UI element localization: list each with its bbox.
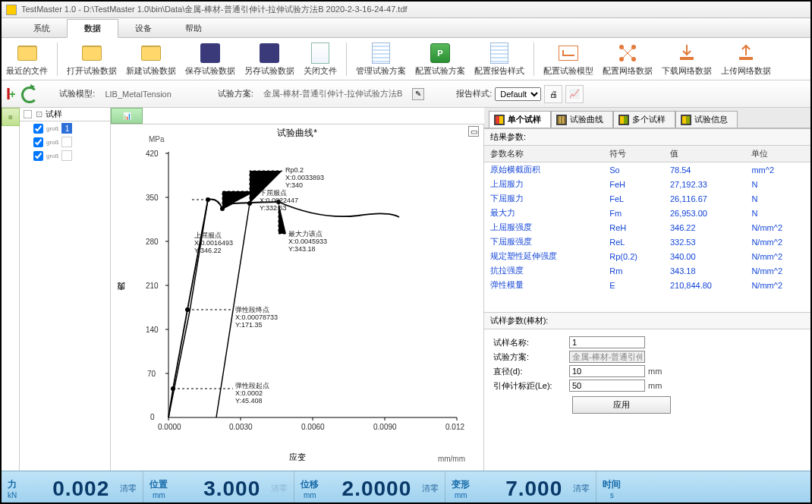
right-tabs: 单个试样 试验曲线 多个试样 试验信息 <box>484 108 810 129</box>
chart-expand-button[interactable]: ▭ <box>468 126 479 137</box>
specimen-checkbox[interactable] <box>33 137 43 147</box>
status-position-label: 位置mm <box>143 471 174 504</box>
download-net-button[interactable]: 下载网络数据 <box>659 39 715 78</box>
status-position-zero[interactable]: 清零 <box>265 471 294 504</box>
table-row[interactable]: 弹性模量E210,844.80N/mm^2 <box>484 278 810 292</box>
form-dia-input[interactable] <box>569 365 645 377</box>
manage-scheme-button[interactable]: 管理试验方案 <box>353 39 409 78</box>
specimen-tree-item[interactable]: groß 2 <box>20 135 110 149</box>
recent-files-label: 最近的文件 <box>6 65 48 77</box>
right-panel: 单个试样 试验曲线 多个试样 试验信息 结果参数: 参数名称 符号 值 单位 原… <box>484 108 810 471</box>
chart-tab-1[interactable]: 📊 <box>111 108 143 124</box>
specimen-checkbox[interactable] <box>33 151 43 161</box>
tab-multi-specimen[interactable]: 多个试样 <box>613 111 675 128</box>
dot-icon: ⊡ <box>36 109 42 119</box>
chart-label-rp02: Rp0.2X:0.0033893Y:340 <box>285 167 324 190</box>
menubar: 系统 数据 设备 帮助 <box>2 18 810 38</box>
model-value: LIB_MetalTension <box>98 87 178 102</box>
specimen-checkbox[interactable] <box>33 124 43 134</box>
saveas-data-label: 另存试验数据 <box>244 65 294 77</box>
print-icon: 🖨 <box>549 90 558 99</box>
apply-button[interactable]: 应用 <box>572 396 671 414</box>
tab-test-info[interactable]: 试验信息 <box>675 111 738 128</box>
config-model-label: 配置试验模型 <box>543 65 593 77</box>
col-name: 参数名称 <box>484 146 603 162</box>
table-row[interactable]: 下屈服强度ReL332.53N/mm^2 <box>484 235 810 249</box>
form-scheme-label: 试验方案: <box>493 351 569 363</box>
form-dia-unit: mm <box>648 367 662 376</box>
chart-title: 试验曲线* <box>111 124 483 142</box>
scheme-edit-button[interactable]: ✎ <box>412 88 424 100</box>
scheme-label: 试验方案: <box>218 88 253 99</box>
form-gauge-input[interactable] <box>569 380 645 392</box>
form-name-input[interactable] <box>569 336 645 348</box>
print-button[interactable]: 🖨 <box>544 85 562 103</box>
manage-scheme-label: 管理试验方案 <box>356 65 406 77</box>
tab-icon <box>556 115 567 125</box>
config-model-button[interactable]: 配置试验模型 <box>540 39 596 78</box>
new-data-button[interactable]: 新建试验数据 <box>123 39 179 78</box>
model-label: 试验模型: <box>59 88 95 99</box>
open-data-button[interactable]: 打开试验数据 <box>64 39 120 78</box>
config-report-button[interactable]: 配置报告样式 <box>471 39 527 78</box>
col-unit: 单位 <box>745 146 810 162</box>
chart-x-label: 应变 <box>289 452 306 463</box>
config-net-button[interactable]: 配置网络数据 <box>600 39 656 78</box>
chart-prefs-button[interactable]: 📈 <box>565 85 584 103</box>
status-force-zero[interactable]: 清零 <box>114 471 143 504</box>
saveas-data-button[interactable]: 另存试验数据 <box>241 39 297 78</box>
menu-system[interactable]: 系统 <box>17 20 67 37</box>
svg-text:70: 70 <box>147 370 156 378</box>
menu-help[interactable]: 帮助 <box>168 20 219 37</box>
strip-ruler-icon[interactable]: ≡ <box>2 108 20 126</box>
specimen-select-all[interactable] <box>24 110 33 119</box>
specimen-tag: groß <box>46 125 58 132</box>
svg-text:0.0120: 0.0120 <box>445 423 464 431</box>
save-data-button[interactable]: 保存试验数据 <box>182 39 238 78</box>
svg-text:140: 140 <box>146 326 159 334</box>
specimen-add-icon[interactable]: I+ <box>6 84 15 104</box>
refresh-icon[interactable] <box>20 85 38 103</box>
status-disp-zero[interactable]: 清零 <box>416 471 445 504</box>
svg-text:350: 350 <box>146 194 159 202</box>
status-time-label: 时间s <box>596 471 627 504</box>
tab-test-curve[interactable]: 试验曲线 <box>551 111 613 128</box>
specimen-form-title: 试样参数(棒材): <box>484 313 810 329</box>
tab-icon <box>618 115 629 125</box>
upload-net-label: 上传网络数据 <box>721 65 771 77</box>
config-scheme-button[interactable]: P配置试验方案 <box>412 39 468 78</box>
table-row[interactable]: 最大力Fm26,953.00N <box>484 206 810 220</box>
close-file-button[interactable]: 关闭文件 <box>301 39 340 78</box>
table-row[interactable]: 抗拉强度Rm343.18N/mm^2 <box>484 263 810 278</box>
table-row[interactable]: 规定塑性延伸强度Rp(0.2)340.00N/mm^2 <box>484 249 810 263</box>
tab-label: 单个试样 <box>508 114 541 125</box>
menu-data[interactable]: 数据 <box>67 19 118 38</box>
svg-text:0.0030: 0.0030 <box>229 423 253 431</box>
table-row[interactable]: 上屈服强度ReH346.22N/mm^2 <box>484 220 810 235</box>
form-scheme-input <box>569 351 645 363</box>
menu-device[interactable]: 设备 <box>118 20 168 37</box>
col-value: 值 <box>664 146 745 162</box>
status-bar: 力kN 0.002 清零 位置mm 3.000 清零 位移mm 2.0000 清… <box>2 471 810 504</box>
col-symbol: 符号 <box>603 146 664 162</box>
recent-files-button[interactable]: 最近的文件 <box>3 39 51 78</box>
report-select[interactable]: Default <box>495 87 541 101</box>
specimen-tree-item[interactable]: groß 1 <box>20 121 110 135</box>
tab-single-specimen[interactable]: 单个试样 <box>489 111 551 128</box>
table-row[interactable]: 下屈服力FeL26,116.67N <box>484 191 810 206</box>
divider <box>346 43 347 76</box>
specimen-tree-item[interactable]: groß 3 <box>20 149 110 162</box>
specimen-tag: groß <box>46 139 58 146</box>
upload-net-button[interactable]: 上传网络数据 <box>718 39 774 78</box>
status-deform-label: 变形mm <box>445 471 476 504</box>
tab-label: 试验信息 <box>694 114 728 125</box>
chart-label-elstart: 弹性段起点X:0.0002Y:45.408 <box>235 383 269 405</box>
results-table-wrapper[interactable]: 参数名称 符号 值 单位 原始横截面积So78.54mm^2上屈服力FeH27,… <box>484 146 810 313</box>
chart-area[interactable]: 试验曲线* ▭ MPa 应力 应变 mm/mm 0 70 140 210 280… <box>111 124 484 471</box>
svg-text:280: 280 <box>146 238 159 246</box>
table-row[interactable]: 原始横截面积So78.54mm^2 <box>484 162 810 178</box>
table-row[interactable]: 上屈服力FeH27,192.33N <box>484 177 810 191</box>
status-deform-zero[interactable]: 清零 <box>567 471 596 504</box>
tab-icon <box>494 115 505 125</box>
svg-text:0: 0 <box>150 413 155 421</box>
